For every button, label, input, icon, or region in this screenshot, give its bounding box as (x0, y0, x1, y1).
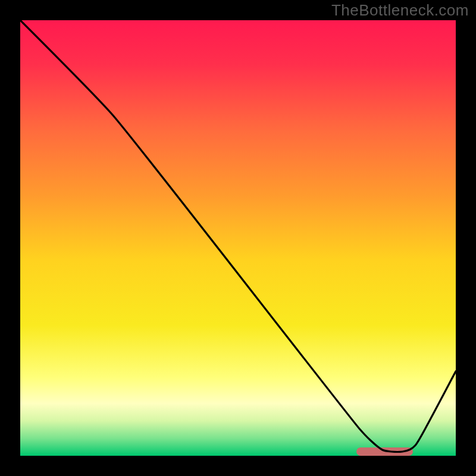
watermark-text: TheBottleneck.com (331, 1, 469, 20)
chart-frame: TheBottleneck.com (0, 0, 476, 476)
chart-svg (20, 20, 456, 456)
plot-area (20, 20, 456, 456)
